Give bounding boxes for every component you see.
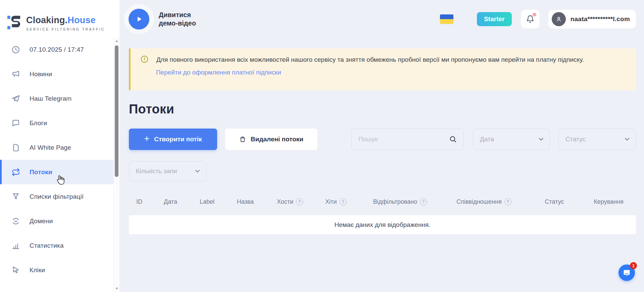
svg-text:w: w: [14, 219, 17, 223]
sidebar-item-label: Кліки: [30, 266, 45, 274]
help-icon[interactable]: ?: [296, 198, 303, 205]
sidebar-item-label: Потоки: [30, 168, 52, 176]
flows-table-header: ID Дата Label Назва Хости? Хіти? Відфіль…: [129, 196, 636, 207]
chevron-down-icon: [625, 138, 630, 141]
help-icon[interactable]: ?: [340, 198, 347, 205]
domain-icon: w: [11, 217, 20, 226]
flag-blue-stripe: [440, 14, 453, 19]
status-filter-select[interactable]: Статус: [558, 129, 636, 150]
sidebar-item-filter-lists[interactable]: Списки фільтрації: [0, 184, 119, 209]
language-flag-ukraine[interactable]: [440, 14, 453, 24]
plan-badge-button[interactable]: Starter: [477, 12, 512, 26]
bar-chart-icon: [11, 241, 20, 250]
sidebar-item-blogs[interactable]: Блоги: [0, 111, 119, 135]
sidebar-item-statistics[interactable]: Статистика: [0, 233, 119, 258]
column-header-id: ID: [129, 198, 150, 205]
page-title: Потоки: [129, 102, 636, 116]
sidebar-item-news[interactable]: Новини: [0, 62, 119, 86]
records-count-select[interactable]: Кількість запи: [129, 161, 206, 181]
sidebar-item-flows[interactable]: Потоки: [0, 160, 119, 184]
sidebar-item-label: Домени: [30, 217, 53, 225]
column-header-hosts: Хости?: [268, 198, 312, 205]
records-count-label: Кількість запи: [136, 167, 177, 175]
page-content: Для повного використання всіх можливосте…: [119, 48, 644, 234]
create-flow-button[interactable]: + Створити потік: [129, 129, 217, 150]
date-filter-select[interactable]: Дата: [473, 129, 550, 150]
person-icon: [555, 15, 562, 23]
status-filter-label: Статус: [565, 136, 586, 143]
help-icon[interactable]: ?: [504, 198, 511, 205]
column-header-date: Дата: [150, 198, 191, 205]
demo-video-label[interactable]: Дивитися демо-відео: [159, 11, 202, 28]
topbar-right: Starter naata**********l.com: [440, 10, 636, 29]
column-header-filtered: Відфільтровано?: [360, 198, 440, 205]
notification-dot: [533, 13, 536, 16]
brand-logo[interactable]: Cloaking.House SERVICE FILTERING TRAFFIC: [0, 0, 119, 37]
repeat-icon: [11, 168, 20, 177]
main-area: Дивитися демо-відео Starter naata*******…: [119, 0, 644, 292]
play-icon: [135, 15, 143, 23]
cursor-icon: [11, 266, 20, 275]
chat-bubble-icon: [11, 119, 20, 128]
sidebar-item-label: Статистика: [30, 242, 64, 249]
sidebar-item-datetime[interactable]: 07.10.2025 / 17:47: [0, 37, 119, 62]
empty-state-text: Немає даних для відображення.: [335, 221, 431, 229]
brand-text: Cloaking.House SERVICE FILTERING TRAFFIC: [26, 15, 105, 31]
sidebar-item-domains[interactable]: w Домени: [0, 209, 119, 233]
sidebar-item-label: 07.10.2025 / 17:47: [30, 46, 84, 53]
trial-warning-banner: Для повного використання всіх можливосте…: [129, 48, 636, 90]
warning-icon: [141, 55, 148, 63]
chat-messenger-icon: [623, 269, 631, 277]
sidebar: Cloaking.House SERVICE FILTERING TRAFFIC…: [0, 0, 119, 292]
telegram-icon: [11, 94, 20, 103]
banner-text: Для повного використання всіх можливосте…: [156, 55, 584, 64]
topbar: Дивитися демо-відео Starter naata*******…: [119, 0, 644, 38]
column-header-name: Назва: [223, 198, 268, 205]
chevron-down-icon: [195, 169, 200, 173]
brand-tagline: SERVICE FILTERING TRAFFIC: [26, 27, 105, 31]
megaphone-icon: [11, 70, 20, 79]
create-flow-label: Створити потік: [154, 136, 202, 143]
sidebar-item-ai-white-page[interactable]: AI White Page: [0, 135, 119, 160]
sidebar-item-label: Новини: [30, 70, 52, 78]
user-account-button[interactable]: naata**********l.com: [548, 10, 636, 29]
sidebar-item-clicks[interactable]: Кліки: [0, 258, 119, 282]
avatar: [552, 12, 566, 26]
sidebar-item-label: AI White Page: [30, 144, 71, 151]
search-icon[interactable]: [449, 135, 457, 143]
clock-icon: [11, 45, 20, 54]
demo-video-play-button[interactable]: [129, 9, 149, 30]
user-email: naata**********l.com: [571, 15, 630, 23]
scrollbar-thumb[interactable]: [115, 45, 118, 177]
column-header-status: Статус: [528, 198, 581, 205]
column-header-label: Label: [191, 198, 223, 205]
help-icon[interactable]: ?: [420, 198, 427, 205]
date-filter-label: Дата: [480, 136, 494, 143]
upgrade-subscription-link[interactable]: Перейти до оформлення платної підписки: [156, 69, 281, 76]
sidebar-scrollbar: ▲ ▼: [113, 37, 119, 292]
chat-unread-badge: 1: [630, 262, 637, 269]
brand-title: Cloaking.: [26, 15, 67, 25]
brand-logo-icon: [7, 14, 21, 32]
deleted-flows-button[interactable]: Видалені потоки: [225, 129, 317, 150]
sidebar-item-label: Списки фільтрації: [30, 193, 84, 200]
sidebar-item-label: Блоги: [30, 119, 47, 127]
sidebar-item-telegram[interactable]: Наш Telegram: [0, 86, 119, 111]
chat-launcher-button[interactable]: 1: [618, 264, 635, 281]
scrollbar-up-arrow[interactable]: ▲: [115, 39, 119, 43]
plus-icon: +: [144, 134, 149, 143]
flows-toolbar-row2: Кількість запи: [129, 161, 636, 181]
app-window: Cloaking.House SERVICE FILTERING TRAFFIC…: [0, 0, 644, 292]
sidebar-menu: 07.10.2025 / 17:47 Новини Наш Telegram Б…: [0, 37, 119, 282]
chevron-down-icon: [539, 138, 544, 141]
column-header-ratio: Співвідношення?: [440, 198, 528, 205]
search-input[interactable]: [351, 129, 464, 150]
search-field: [351, 129, 464, 150]
funnel-icon: [11, 192, 20, 201]
notifications-button[interactable]: [521, 10, 540, 29]
brand-title-accent: House: [67, 15, 96, 25]
deleted-flows-label: Видалені потоки: [251, 136, 303, 143]
column-header-actions: Керування: [581, 198, 636, 205]
scrollbar-down-arrow[interactable]: ▼: [115, 287, 119, 290]
trash-icon: [239, 136, 246, 143]
